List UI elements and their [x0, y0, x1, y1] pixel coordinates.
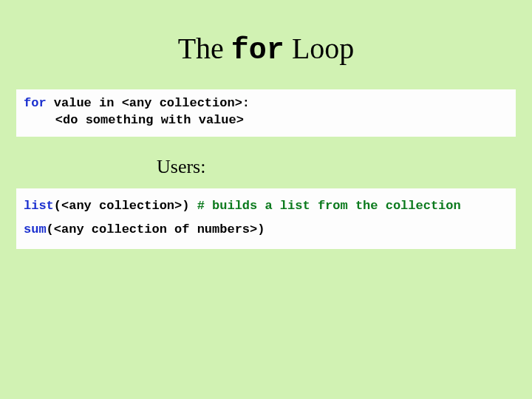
code-line-2-text: <do something with value> — [24, 112, 244, 129]
code-line-list: list(<any collection>) # builds a list f… — [24, 194, 508, 218]
code-line-1-rest: value in <any collection>: — [47, 96, 250, 110]
slide-title: The for Loop — [0, 0, 532, 89]
comment-builds: # builds a list from the collection — [197, 199, 461, 213]
code-box-syntax: for value in <any collection>: <do somet… — [16, 89, 516, 137]
code-line-sum: sum(<any collection of numbers>) — [24, 218, 508, 242]
slide: The for Loop for value in <any collectio… — [0, 0, 532, 399]
subheading-users: Users: — [0, 137, 532, 188]
sum-args: (<any collection of numbers>) — [47, 222, 265, 236]
code-box-users: list(<any collection>) # builds a list f… — [16, 188, 516, 250]
code-line-2: <do something with value> — [24, 112, 508, 129]
list-args: (<any collection>) — [54, 199, 197, 213]
func-list: list — [24, 199, 54, 213]
title-pre: The — [178, 32, 231, 65]
code-line-1: for value in <any collection>: — [24, 95, 508, 112]
title-mono: for — [231, 34, 284, 67]
func-sum: sum — [24, 222, 47, 236]
title-post: Loop — [284, 32, 354, 65]
keyword-for: for — [24, 96, 47, 110]
